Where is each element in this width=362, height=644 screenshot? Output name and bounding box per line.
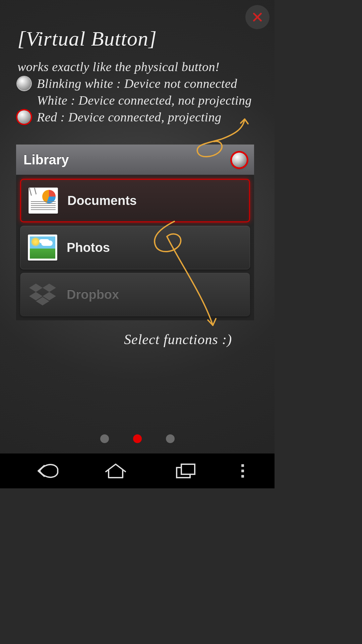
more-dot-icon (241, 470, 244, 472)
list-item-label: Dropbox (67, 287, 119, 302)
list-item-label: Documents (67, 194, 137, 208)
page-dot[interactable] (100, 434, 109, 443)
more-dot-icon (241, 475, 244, 478)
library-panel: Library Documents Photos (16, 145, 254, 320)
red-orb-icon (17, 110, 31, 124)
library-item-photos[interactable]: Photos (20, 226, 250, 269)
back-icon (30, 463, 60, 479)
svg-rect-1 (181, 464, 195, 474)
home-icon (104, 463, 127, 479)
more-dot-icon (241, 464, 244, 467)
dropbox-icon (28, 281, 57, 308)
virtual-button[interactable] (232, 153, 247, 167)
recent-apps-button[interactable] (166, 459, 206, 483)
home-button[interactable] (96, 459, 136, 483)
subtitle: works exactly like the physical button! (17, 59, 268, 74)
status-blinking-white: Blinking white : Device not connected (17, 76, 268, 91)
recent-apps-icon (175, 463, 197, 479)
back-button[interactable] (25, 459, 65, 483)
page-title: [Virtual Button] (17, 27, 268, 51)
list-item-label: Photos (67, 240, 110, 255)
page-indicator (0, 434, 275, 443)
photos-icon (28, 234, 57, 261)
menu-button[interactable] (236, 459, 249, 483)
page-dot[interactable] (166, 434, 175, 443)
hint-text: Select functions :) (124, 331, 232, 347)
library-item-dropbox[interactable]: Dropbox (20, 273, 250, 316)
white-orb-icon (17, 77, 31, 90)
close-button[interactable] (245, 5, 269, 29)
library-item-documents[interactable]: Documents (20, 179, 250, 222)
status-red: Red : Device connected, projecting (17, 110, 268, 124)
close-icon (251, 11, 263, 23)
status-white: White : Device connected, not projecting (37, 93, 268, 108)
library-header: Library (16, 145, 254, 175)
document-icon (28, 187, 58, 214)
page-dot-active[interactable] (133, 434, 142, 443)
android-navbar (0, 453, 275, 488)
library-title: Library (23, 152, 69, 167)
